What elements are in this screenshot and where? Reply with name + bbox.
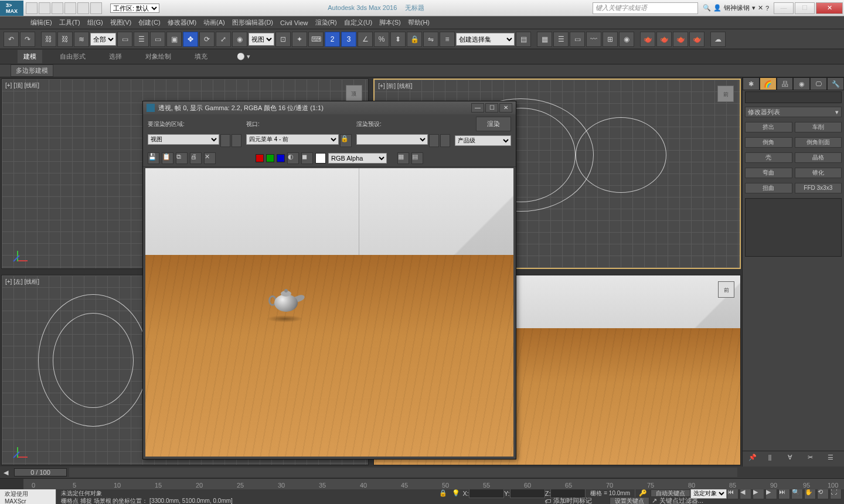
tab-freeform[interactable]: 自由形式 bbox=[54, 50, 91, 63]
manip-button[interactable]: ✦ bbox=[292, 32, 307, 47]
eselection-lock[interactable]: 🔒 bbox=[407, 32, 422, 47]
create-tab[interactable]: ✱ bbox=[743, 77, 760, 90]
center-button[interactable]: ⊡ bbox=[275, 32, 291, 47]
viewcube[interactable]: 顶 bbox=[346, 85, 362, 101]
isolate-icon[interactable]: 💡 bbox=[452, 489, 460, 497]
btn-lattice[interactable]: 晶格 bbox=[795, 152, 842, 163]
modify-tab[interactable]: 🌈 bbox=[760, 77, 777, 90]
menu-help[interactable]: 帮助(H) bbox=[408, 18, 430, 27]
username[interactable]: 钢神缘钢 bbox=[724, 4, 750, 12]
env-icon[interactable] bbox=[429, 134, 439, 147]
motion-tab[interactable]: ◉ bbox=[793, 77, 810, 90]
render-frame-button[interactable]: 🫖 bbox=[656, 32, 672, 47]
timeline-ruler[interactable]: 0510152025303540455055606570758085909510… bbox=[23, 479, 844, 489]
display-tab[interactable]: 🖵 bbox=[810, 77, 827, 90]
link-button[interactable]: ⛓ bbox=[41, 32, 56, 47]
render-min-button[interactable]: — bbox=[471, 103, 484, 113]
maxscript-listener[interactable]: 欢迎使用 MAXScr bbox=[0, 489, 56, 504]
tab-objpaint[interactable]: 对象绘制 bbox=[139, 50, 177, 63]
signin-icon[interactable]: 👤 bbox=[713, 4, 722, 12]
btn-bevelprofile[interactable]: 倒角剖面 bbox=[795, 137, 842, 148]
scene-explorer-button[interactable]: ☰ bbox=[553, 32, 569, 47]
viewcube[interactable]: 前 bbox=[717, 86, 734, 102]
named-selection[interactable]: 创建选择集 bbox=[456, 33, 515, 46]
app-logo[interactable]: 3>MAX bbox=[0, 1, 23, 16]
percent-snap-button[interactable]: % bbox=[374, 32, 389, 47]
setkey-button[interactable]: 设置关键点 bbox=[610, 497, 649, 504]
menu-group[interactable]: 组(G) bbox=[87, 18, 103, 27]
maximize-button[interactable]: ☐ bbox=[795, 2, 815, 14]
viewport-label[interactable]: [+] [顶] [线框] bbox=[5, 81, 39, 90]
pin-stack-icon[interactable]: 📌 bbox=[748, 454, 759, 464]
modifier-stack[interactable] bbox=[745, 198, 842, 257]
copy-image-icon[interactable]: 📋 bbox=[162, 152, 173, 164]
green-channel-icon[interactable] bbox=[266, 154, 274, 162]
lock-icon[interactable]: 🔒 bbox=[439, 489, 447, 497]
btn-ffd[interactable]: FFD 3x3x3 bbox=[795, 183, 842, 193]
toggle-ribbon-button[interactable]: ▭ bbox=[570, 32, 585, 47]
selection-filter[interactable]: 全部 bbox=[90, 33, 116, 46]
render-output[interactable] bbox=[145, 168, 513, 457]
select-button[interactable]: ▭ bbox=[117, 32, 132, 47]
tab-modeling[interactable]: 建模 bbox=[18, 50, 42, 63]
infocenter-icon[interactable]: 🔍 bbox=[703, 4, 711, 12]
make-unique-icon[interactable]: ∀ bbox=[788, 454, 798, 464]
render-close-button[interactable]: ✕ bbox=[499, 103, 512, 113]
btn-lathe[interactable]: 车削 bbox=[795, 122, 842, 132]
menu-render[interactable]: 渲染(R) bbox=[315, 18, 337, 27]
bind-button[interactable]: ≋ bbox=[74, 32, 89, 47]
unlink-button[interactable]: ⛓ bbox=[57, 32, 73, 47]
menu-graph[interactable]: 图形编辑器(D) bbox=[232, 18, 273, 27]
lock-viewport-icon[interactable]: 🔒 bbox=[340, 134, 352, 147]
menu-civil[interactable]: Civil View bbox=[280, 19, 308, 26]
close-button[interactable]: ✕ bbox=[816, 2, 843, 14]
render-button[interactable]: 🫖 bbox=[673, 32, 688, 47]
object-name-field[interactable] bbox=[745, 91, 842, 103]
scale-button[interactable]: ⤢ bbox=[216, 32, 231, 47]
viewcube[interactable]: 前 bbox=[718, 281, 734, 298]
menu-script[interactable]: 脚本(S) bbox=[379, 18, 401, 27]
utilities-tab[interactable]: 🔧 bbox=[827, 77, 844, 90]
align-button[interactable]: ≡ bbox=[440, 32, 455, 47]
clone-icon[interactable]: ⧉ bbox=[176, 152, 188, 164]
remove-mod-icon[interactable]: ✂ bbox=[808, 454, 818, 464]
ref-coord[interactable]: 视图 bbox=[249, 33, 274, 46]
exchange-icon[interactable]: ✕ bbox=[758, 4, 763, 12]
btn-shell[interactable]: 壳 bbox=[745, 152, 792, 163]
menu-custom[interactable]: 自定义(U) bbox=[344, 18, 372, 27]
time-slider[interactable]: ◀ 0 / 100 bbox=[0, 466, 742, 478]
viewport-label[interactable]: [+] [左] [线框] bbox=[5, 278, 39, 286]
select-name-button[interactable]: ☰ bbox=[134, 32, 149, 47]
configure-icon[interactable]: ☰ bbox=[828, 454, 838, 464]
undo-icon[interactable] bbox=[64, 2, 76, 14]
minimize-button[interactable]: — bbox=[774, 2, 794, 14]
alpha-channel-icon[interactable]: ◐ bbox=[287, 152, 299, 164]
polygon-modeling-button[interactable]: 多边形建模 bbox=[11, 64, 53, 77]
window-crossing-button[interactable]: ▣ bbox=[166, 32, 182, 47]
a360-button[interactable]: ☁ bbox=[710, 32, 726, 47]
redo-icon[interactable] bbox=[77, 2, 89, 14]
clear-icon[interactable]: ✕ bbox=[204, 152, 216, 164]
menu-view[interactable]: 视图(V) bbox=[110, 18, 132, 27]
btn-extrude[interactable]: 挤出 bbox=[745, 122, 792, 132]
mirror-button[interactable]: ⇋ bbox=[423, 32, 438, 47]
viewport-label[interactable]: [+] [前] [线框] bbox=[378, 82, 412, 90]
snap-2d-button[interactable]: 2 bbox=[325, 32, 340, 47]
tab-populate[interactable]: 填充 bbox=[189, 50, 213, 63]
layer-explorer-button[interactable]: ▦ bbox=[537, 32, 552, 47]
red-channel-icon[interactable] bbox=[256, 154, 264, 162]
preset-select[interactable] bbox=[356, 134, 428, 145]
keyboard-button[interactable]: ⌨ bbox=[308, 32, 324, 47]
bg-color-swatch[interactable] bbox=[315, 153, 326, 164]
key-icon[interactable]: 🔑 bbox=[639, 489, 647, 497]
move-button[interactable]: ✥ bbox=[183, 32, 198, 47]
btn-taper[interactable]: 锥化 bbox=[795, 168, 842, 178]
link-icon[interactable] bbox=[90, 2, 102, 14]
angle-snap-button[interactable]: ∠ bbox=[358, 32, 373, 47]
redo-button[interactable]: ↷ bbox=[20, 32, 35, 47]
menu-modifier[interactable]: 修改器(M) bbox=[168, 18, 197, 27]
placement-button[interactable]: ◉ bbox=[232, 32, 247, 47]
spinner-snap-button[interactable]: ⬍ bbox=[390, 32, 406, 47]
undo-button[interactable]: ↶ bbox=[4, 32, 19, 47]
area-select[interactable]: 视图 bbox=[148, 134, 219, 145]
